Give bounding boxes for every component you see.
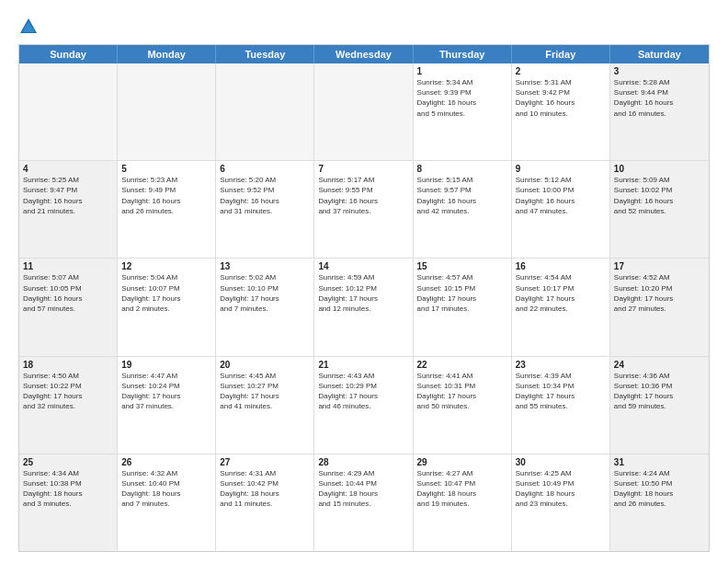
header <box>18 17 710 37</box>
cell-info: Sunrise: 4:52 AM Sunset: 10:20 PM Daylig… <box>614 272 705 314</box>
header-cell-friday: Friday <box>512 45 610 63</box>
cal-cell-day-26: 26Sunrise: 4:32 AM Sunset: 10:40 PM Dayl… <box>118 454 216 551</box>
cell-info: Sunrise: 4:25 AM Sunset: 10:49 PM Daylig… <box>516 468 606 510</box>
cell-info: Sunrise: 4:59 AM Sunset: 10:12 PM Daylig… <box>318 272 408 314</box>
cell-info: Sunrise: 4:27 AM Sunset: 10:47 PM Daylig… <box>417 468 507 510</box>
day-number: 11 <box>23 261 113 271</box>
cal-cell-day-25: 25Sunrise: 4:34 AM Sunset: 10:38 PM Dayl… <box>19 454 118 551</box>
day-number: 23 <box>516 360 606 370</box>
day-number: 24 <box>614 360 705 370</box>
calendar-header: SundayMondayTuesdayWednesdayThursdayFrid… <box>19 45 709 63</box>
cell-info: Sunrise: 4:54 AM Sunset: 10:17 PM Daylig… <box>516 272 606 314</box>
cell-info: Sunrise: 4:31 AM Sunset: 10:42 PM Daylig… <box>220 468 310 510</box>
cell-info: Sunrise: 5:02 AM Sunset: 10:10 PM Daylig… <box>220 272 310 314</box>
cal-cell-day-24: 24Sunrise: 4:36 AM Sunset: 10:36 PM Dayl… <box>610 357 709 454</box>
cell-info: Sunrise: 4:57 AM Sunset: 10:15 PM Daylig… <box>417 272 507 314</box>
header-cell-monday: Monday <box>118 45 216 63</box>
cell-info: Sunrise: 5:34 AM Sunset: 9:39 PM Dayligh… <box>417 77 507 119</box>
cell-info: Sunrise: 5:09 AM Sunset: 10:02 PM Daylig… <box>614 175 705 216</box>
cal-cell-day-1: 1Sunrise: 5:34 AM Sunset: 9:39 PM Daylig… <box>414 63 512 160</box>
cell-info: Sunrise: 5:15 AM Sunset: 9:57 PM Dayligh… <box>417 175 507 216</box>
day-number: 8 <box>417 164 507 174</box>
header-cell-wednesday: Wednesday <box>314 45 413 63</box>
cal-cell-day-23: 23Sunrise: 4:39 AM Sunset: 10:34 PM Dayl… <box>512 357 610 454</box>
cal-cell-day-30: 30Sunrise: 4:25 AM Sunset: 10:49 PM Dayl… <box>512 454 610 551</box>
cal-cell-day-16: 16Sunrise: 4:54 AM Sunset: 10:17 PM Dayl… <box>512 259 610 355</box>
header-cell-saturday: Saturday <box>610 45 709 63</box>
cal-cell-day-3: 3Sunrise: 5:28 AM Sunset: 9:44 PM Daylig… <box>610 63 709 160</box>
day-number: 21 <box>318 360 408 370</box>
day-number: 19 <box>121 360 211 370</box>
day-number: 16 <box>516 261 606 271</box>
day-number: 5 <box>121 164 211 174</box>
cal-cell-day-7: 7Sunrise: 5:17 AM Sunset: 9:55 PM Daylig… <box>314 161 413 258</box>
day-number: 13 <box>220 261 310 271</box>
cal-cell-empty <box>216 63 314 160</box>
day-number: 6 <box>220 164 310 174</box>
cal-cell-day-11: 11Sunrise: 5:07 AM Sunset: 10:05 PM Dayl… <box>19 259 118 355</box>
header-cell-thursday: Thursday <box>414 45 512 63</box>
cal-row-1: 4Sunrise: 5:25 AM Sunset: 9:47 PM Daylig… <box>19 161 709 259</box>
day-number: 28 <box>318 457 408 467</box>
day-number: 22 <box>417 360 507 370</box>
cal-cell-day-12: 12Sunrise: 5:04 AM Sunset: 10:07 PM Dayl… <box>118 259 216 355</box>
cell-info: Sunrise: 5:12 AM Sunset: 10:00 PM Daylig… <box>516 175 606 216</box>
cal-cell-day-10: 10Sunrise: 5:09 AM Sunset: 10:02 PM Dayl… <box>610 161 709 258</box>
page: SundayMondayTuesdayWednesdayThursdayFrid… <box>0 0 728 563</box>
cal-cell-day-9: 9Sunrise: 5:12 AM Sunset: 10:00 PM Dayli… <box>512 161 610 258</box>
cal-cell-day-20: 20Sunrise: 4:45 AM Sunset: 10:27 PM Dayl… <box>216 357 314 454</box>
cal-cell-empty <box>19 63 118 160</box>
day-number: 14 <box>318 261 408 271</box>
cal-cell-day-18: 18Sunrise: 4:50 AM Sunset: 10:22 PM Dayl… <box>19 357 118 454</box>
cell-info: Sunrise: 4:39 AM Sunset: 10:34 PM Daylig… <box>516 371 606 412</box>
cell-info: Sunrise: 4:41 AM Sunset: 10:31 PM Daylig… <box>417 371 507 412</box>
cell-info: Sunrise: 5:20 AM Sunset: 9:52 PM Dayligh… <box>220 175 310 216</box>
cell-info: Sunrise: 5:31 AM Sunset: 9:42 PM Dayligh… <box>516 77 606 119</box>
cal-row-2: 11Sunrise: 5:07 AM Sunset: 10:05 PM Dayl… <box>19 259 709 356</box>
cal-cell-day-2: 2Sunrise: 5:31 AM Sunset: 9:42 PM Daylig… <box>512 63 610 160</box>
day-number: 3 <box>614 66 705 76</box>
day-number: 17 <box>614 261 705 271</box>
cal-cell-day-4: 4Sunrise: 5:25 AM Sunset: 9:47 PM Daylig… <box>19 161 118 258</box>
logo-icon <box>18 17 39 37</box>
day-number: 15 <box>417 261 507 271</box>
cell-info: Sunrise: 4:29 AM Sunset: 10:44 PM Daylig… <box>318 468 408 510</box>
day-number: 1 <box>417 66 507 76</box>
cell-info: Sunrise: 4:43 AM Sunset: 10:29 PM Daylig… <box>318 371 408 412</box>
cell-info: Sunrise: 4:47 AM Sunset: 10:24 PM Daylig… <box>121 371 211 412</box>
day-number: 2 <box>516 66 606 76</box>
day-number: 30 <box>516 457 606 467</box>
calendar-body: 1Sunrise: 5:34 AM Sunset: 9:39 PM Daylig… <box>19 63 709 551</box>
cell-info: Sunrise: 4:34 AM Sunset: 10:38 PM Daylig… <box>23 468 113 510</box>
day-number: 9 <box>516 164 606 174</box>
calendar: SundayMondayTuesdayWednesdayThursdayFrid… <box>18 44 710 552</box>
cal-cell-day-8: 8Sunrise: 5:15 AM Sunset: 9:57 PM Daylig… <box>414 161 512 258</box>
cal-cell-day-5: 5Sunrise: 5:23 AM Sunset: 9:49 PM Daylig… <box>118 161 216 258</box>
cal-cell-day-17: 17Sunrise: 4:52 AM Sunset: 10:20 PM Dayl… <box>610 259 709 355</box>
day-number: 31 <box>614 457 705 467</box>
cell-info: Sunrise: 4:32 AM Sunset: 10:40 PM Daylig… <box>121 468 211 510</box>
day-number: 4 <box>23 164 113 174</box>
day-number: 18 <box>23 360 113 370</box>
cal-cell-day-21: 21Sunrise: 4:43 AM Sunset: 10:29 PM Dayl… <box>314 357 413 454</box>
cell-info: Sunrise: 5:25 AM Sunset: 9:47 PM Dayligh… <box>23 175 113 216</box>
cal-cell-day-19: 19Sunrise: 4:47 AM Sunset: 10:24 PM Dayl… <box>118 357 216 454</box>
day-number: 10 <box>614 164 705 174</box>
cal-cell-day-15: 15Sunrise: 4:57 AM Sunset: 10:15 PM Dayl… <box>414 259 512 355</box>
day-number: 27 <box>220 457 310 467</box>
cal-cell-empty <box>314 63 413 160</box>
day-number: 25 <box>23 457 113 467</box>
cell-info: Sunrise: 5:23 AM Sunset: 9:49 PM Dayligh… <box>121 175 211 216</box>
day-number: 29 <box>417 457 507 467</box>
day-number: 7 <box>318 164 408 174</box>
day-number: 12 <box>121 261 211 271</box>
cal-row-3: 18Sunrise: 4:50 AM Sunset: 10:22 PM Dayl… <box>19 357 709 454</box>
cal-cell-day-14: 14Sunrise: 4:59 AM Sunset: 10:12 PM Dayl… <box>314 259 413 355</box>
header-cell-tuesday: Tuesday <box>216 45 314 63</box>
cal-row-4: 25Sunrise: 4:34 AM Sunset: 10:38 PM Dayl… <box>19 454 709 551</box>
cell-info: Sunrise: 4:45 AM Sunset: 10:27 PM Daylig… <box>220 371 310 412</box>
logo <box>18 17 42 37</box>
cal-cell-day-31: 31Sunrise: 4:24 AM Sunset: 10:50 PM Dayl… <box>610 454 709 551</box>
header-cell-sunday: Sunday <box>19 45 118 63</box>
cell-info: Sunrise: 4:24 AM Sunset: 10:50 PM Daylig… <box>614 468 705 510</box>
